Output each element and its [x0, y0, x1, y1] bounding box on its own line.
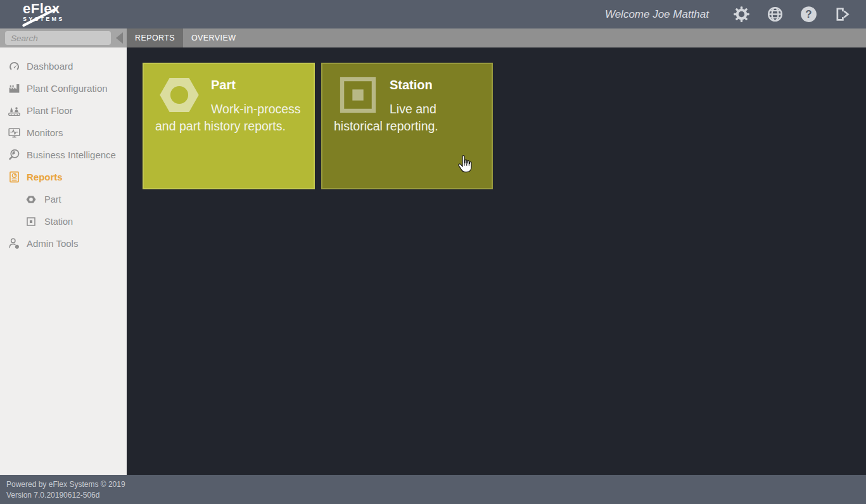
sidebar-item-label: Plant Configuration	[27, 83, 108, 94]
sidebar-item-admin-tools[interactable]: Admin Tools	[0, 232, 127, 255]
sidebar-item-business-intelligence[interactable]: Business Intelligence	[0, 144, 127, 166]
station-square-icon	[25, 216, 37, 227]
sidebar-item-reports[interactable]: Reports	[0, 166, 127, 188]
sidebar-item-station[interactable]: Station	[0, 210, 127, 232]
sidebar-item-plant-configuration[interactable]: Plant Configuration	[0, 77, 127, 99]
magnifier-chart-icon	[8, 148, 21, 161]
gauge-icon	[8, 60, 21, 73]
svg-text:?: ?	[805, 8, 812, 20]
search-input[interactable]	[5, 31, 111, 45]
sidebar-item-dashboard[interactable]: Dashboard	[0, 55, 127, 77]
settings-icon[interactable]	[733, 6, 750, 23]
sidebar-collapse-arrow-icon[interactable]	[116, 32, 123, 44]
tab-reports[interactable]: REPORTS	[127, 28, 183, 47]
tab-bar: REPORTS OVERVIEW	[127, 28, 866, 47]
top-header: eFlex SYSTEMS Welcome Joe Matthat	[0, 0, 866, 28]
sidebar-item-label: Dashboard	[27, 61, 73, 72]
sub-bar: REPORTS OVERVIEW	[0, 28, 866, 47]
language-globe-icon[interactable]	[767, 6, 784, 23]
sidebar-item-label: Business Intelligence	[27, 149, 116, 160]
logout-icon[interactable]	[834, 6, 851, 23]
monitor-pulse-icon	[8, 126, 21, 139]
footer: Powered by eFlex Systems © 2019 Version …	[0, 475, 866, 504]
footer-version: Version 7.0.20190612-506d	[6, 490, 866, 501]
help-icon[interactable]: ?	[800, 6, 817, 23]
hex-nut-icon	[25, 194, 37, 205]
sidebar-item-plant-floor[interactable]: Plant Floor	[0, 99, 127, 122]
factory-icon	[8, 82, 21, 95]
part-report-card[interactable]: Part Work-in-process and part history re…	[143, 63, 315, 189]
station-square-icon	[338, 77, 378, 113]
welcome-user-text: Welcome Joe Matthat	[605, 8, 709, 21]
footer-powered-by: Powered by eFlex Systems © 2019	[6, 479, 866, 490]
conveyor-icon	[8, 104, 21, 117]
sidebar-item-label: Reports	[27, 172, 63, 182]
sidebar-item-monitors[interactable]: Monitors	[0, 122, 127, 144]
report-document-icon	[8, 170, 21, 184]
sidebar-item-part[interactable]: Part	[0, 188, 127, 210]
sidebar-nav: Dashboard Plant Configuration Plant Floo…	[0, 47, 127, 475]
sidebar-item-label: Station	[44, 217, 73, 227]
sidebar-item-label: Monitors	[27, 127, 63, 138]
sidebar-item-label: Part	[44, 194, 61, 205]
search-panel	[0, 28, 127, 47]
eflex-logo: eFlex SYSTEMS	[23, 2, 64, 22]
hex-nut-icon	[159, 77, 200, 113]
station-report-card[interactable]: Station Live and historical reporting.	[321, 63, 493, 189]
sidebar-item-label: Admin Tools	[27, 238, 78, 249]
user-gear-icon	[8, 237, 21, 250]
tab-overview[interactable]: OVERVIEW	[183, 28, 244, 47]
sidebar-item-label: Plant Floor	[27, 105, 73, 116]
